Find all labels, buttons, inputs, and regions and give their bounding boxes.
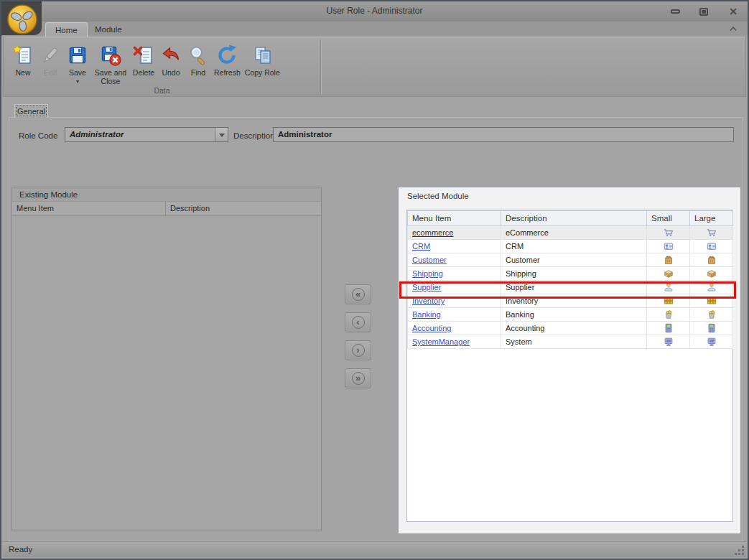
menu-item-cell[interactable]: ecommerce [408,226,501,240]
menu-item-cell[interactable]: Inventory [408,294,501,308]
coins-bin-icon [690,308,733,322]
refresh-button[interactable]: Refresh [212,41,243,79]
move-all-right-button[interactable]: » [345,368,371,388]
floppy-disk-icon [66,44,89,67]
undo-button[interactable]: Undo [157,41,185,79]
save-and-close-button-label: Save and Close [93,69,128,85]
cart-icon [647,226,690,240]
app-logo-icon[interactable] [6,4,38,35]
menu-item-link[interactable]: Accounting [412,324,451,332]
existing-module-list[interactable] [12,217,321,531]
window-title: User Role - Administrator [1,6,748,16]
combo-dropdown-button[interactable] [215,128,228,141]
description-value: Administrator [278,130,332,139]
tab-home[interactable]: Home [45,22,88,37]
description-cell: CRM [501,240,647,253]
parcel-icon [647,267,690,281]
description-field[interactable]: Administrator [273,127,734,142]
role-code-label: Role Code [19,131,57,140]
menu-item-link[interactable]: Supplier [412,283,441,291]
maximize-icon [699,8,708,16]
menu-item-cell[interactable]: CRM [408,240,501,253]
app-window: User Role - Administrator ✕ Home Module [0,0,749,560]
move-left-button[interactable]: ‹ [345,312,371,332]
table-row-supplier[interactable]: SupplierSupplier [408,281,733,294]
edit-button[interactable]: Edit [37,41,64,79]
parcel-icon [690,267,733,281]
menu-item-link[interactable]: CRM [412,242,430,251]
table-row-ecommerce[interactable]: ecommerceeCommerce [408,226,733,240]
save-button[interactable]: Save ▾ [64,41,91,85]
table-row-shipping[interactable]: ShippingShipping [408,267,733,281]
menu-item-link[interactable]: Shipping [412,269,443,278]
find-button[interactable]: Find [185,41,212,79]
column-header-small[interactable]: Small [647,211,690,226]
minimize-button[interactable] [669,6,681,17]
description-cell: Shipping [501,267,647,281]
cubes-icon [690,294,733,308]
column-header-menu-item[interactable]: Menu Item [408,211,501,226]
table-row-accounting[interactable]: AccountingAccounting [408,322,733,335]
save-dropdown-arrow[interactable]: ▾ [76,79,79,84]
column-header-description[interactable]: Description [166,202,321,216]
chevron-right-icon: › [352,344,365,357]
calculator-icon [690,322,733,335]
table-row-customer[interactable]: CustomerCustomer [408,253,733,267]
tab-module[interactable]: Module [85,22,131,37]
new-button[interactable]: New [9,41,37,79]
delete-button[interactable]: Delete [130,41,157,79]
menu-item-link[interactable]: Banking [412,310,441,319]
copy-role-button[interactable]: Copy Role [243,41,282,79]
menu-item-cell[interactable]: Banking [408,308,501,322]
status-text: Ready [9,545,32,554]
menu-item-link[interactable]: Inventory [412,297,445,305]
person-icon [690,281,733,294]
menu-item-cell[interactable]: Accounting [408,322,501,335]
menu-item-link[interactable]: SystemManager [412,337,470,346]
role-code-value: Administrator [70,130,124,139]
table-row-inventory[interactable]: InventoryInventory [408,294,733,308]
menu-item-cell[interactable]: Customer [408,253,501,267]
delete-button-label: Delete [133,69,154,78]
resize-grip-icon[interactable] [735,546,744,555]
cubes-icon [647,294,690,308]
ribbon-panel: New Edit Save ▾ [3,37,746,97]
column-header-description[interactable]: Description [501,211,647,226]
ribbon-collapse-icon[interactable] [728,24,738,33]
selected-module-table: Menu ItemDescriptionSmallLarge ecommerce… [406,210,733,522]
description-cell: eCommerce [501,226,647,240]
column-header-menu-item[interactable]: Menu Item [12,202,166,216]
table-row-crm[interactable]: CRMCRM [408,240,733,253]
menu-item-cell[interactable]: Supplier [408,281,501,294]
column-header-large[interactable]: Large [690,211,733,226]
menu-item-cell[interactable]: SystemManager [408,335,501,349]
crm-card-icon [690,240,733,253]
title-bar: User Role - Administrator ✕ [1,1,748,22]
existing-module-panel: Existing Module Menu Item Description [11,187,322,531]
person-icon [647,281,690,294]
move-right-button[interactable]: › [345,340,371,360]
magnifier-icon [187,44,210,67]
bag-icon [647,253,690,267]
table-row-systemmanager[interactable]: SystemManagerSystem [408,335,733,349]
role-code-combobox[interactable]: Administrator [65,127,228,142]
menu-item-link[interactable]: Customer [412,256,447,264]
close-icon: ✕ [729,6,736,17]
menu-item-link[interactable]: ecommerce [412,228,453,237]
tab-general[interactable]: General [14,104,48,118]
save-button-label: Save [69,69,86,78]
table-row-banking[interactable]: BankingBanking [408,308,733,322]
double-chevron-left-icon: « [352,288,365,301]
ribbon-group-separator [320,39,321,94]
save-and-close-button[interactable]: Save and Close [91,41,130,87]
double-chevron-right-icon: » [352,372,365,385]
find-button-label: Find [191,69,205,78]
move-all-left-button[interactable]: « [345,284,371,304]
menu-item-cell[interactable]: Shipping [408,267,501,281]
close-button[interactable]: ✕ [726,6,739,17]
description-cell: Customer [501,253,647,267]
floppy-close-icon [99,44,122,67]
maximize-button[interactable] [697,6,710,17]
undo-arrow-icon [159,44,182,67]
status-bar: Ready [3,541,746,557]
